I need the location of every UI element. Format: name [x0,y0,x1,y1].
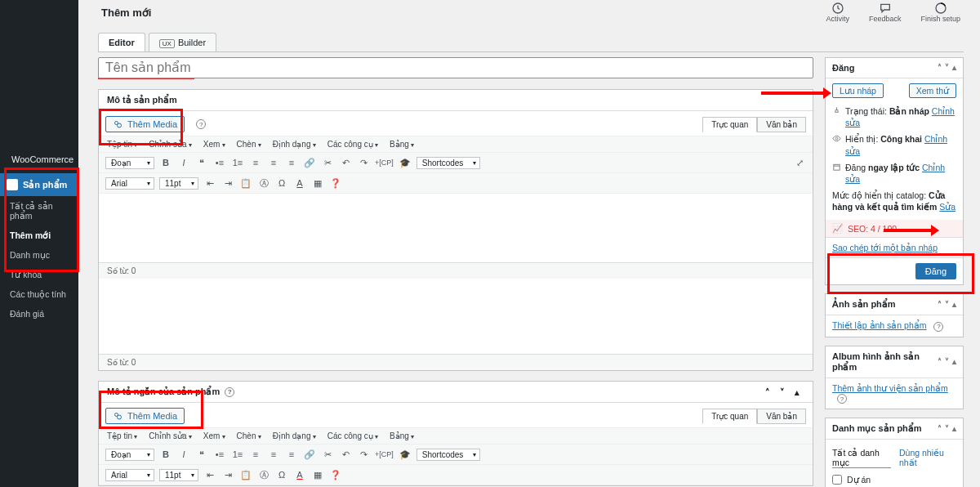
format-select[interactable]: Đoạn [105,449,154,461]
link-button[interactable]: 🔗 [303,448,316,461]
align-left-button[interactable]: ≡ [249,448,262,461]
sidebar-item-attributes[interactable]: Các thuộc tính [0,284,78,304]
menu-file[interactable]: Tệp tin [107,431,137,440]
chevron-up-icon[interactable]: ˄ [938,301,942,309]
undo-button[interactable]: ↶ [339,448,352,461]
shortcodes-select[interactable]: Shortcodes [416,157,481,169]
menu-edit[interactable]: Chỉnh sửa [149,140,191,149]
category-checkbox[interactable] [832,475,842,485]
unlink-button[interactable]: ✂ [321,448,334,461]
help-icon[interactable]: ? [933,322,943,332]
tab-editor[interactable]: Editor [98,33,145,51]
menu-tools[interactable]: Các công cụ [327,431,378,440]
triangle-up-icon[interactable]: ▴ [952,301,956,309]
indent-button[interactable]: ⇥ [221,468,234,481]
chevron-down-icon[interactable]: ˅ [945,301,949,309]
bold-button[interactable]: B [159,448,172,461]
menu-insert[interactable]: Chèn [237,431,261,440]
italic-button[interactable]: I [177,156,190,169]
clear-format-button[interactable]: Ⓐ [257,176,270,190]
tab-visual[interactable]: Trực quan [702,409,757,424]
align-center-button[interactable]: ≡ [267,156,280,169]
chevron-up-icon[interactable]: ˄ [938,358,942,366]
help-icon[interactable]: ? [225,387,234,397]
category-item[interactable]: Dự án [832,473,956,486]
menu-format[interactable]: Định dạng [273,140,316,149]
number-list-button[interactable]: 1≡ [231,448,244,461]
save-draft-button[interactable]: Lưu nháp [832,83,884,98]
feedback-link[interactable]: Feedback [869,2,902,23]
chevron-down-icon[interactable]: ˅ [945,358,949,366]
preview-button[interactable]: Xem thứ [909,83,956,98]
menu-file[interactable]: Tệp tin [107,140,137,149]
outdent-button[interactable]: ⇤ [203,468,216,481]
description-editor-area[interactable] [99,194,813,262]
format-select[interactable]: Đoạn [105,157,154,169]
align-center-button[interactable]: ≡ [267,448,280,461]
cp-button[interactable]: +[CP] [375,156,394,169]
cp-button[interactable]: +[CP] [375,448,394,461]
redo-button[interactable]: ↷ [357,156,370,169]
menu-view[interactable]: Xem [203,140,225,149]
specialchar-button[interactable]: Ω [275,176,288,190]
number-list-button[interactable]: 1≡ [231,156,244,169]
triangle-up-icon[interactable]: ▴ [952,64,956,72]
bullet-list-button[interactable]: •≡ [213,156,226,169]
help-icon[interactable]: ? [196,119,206,129]
undo-button[interactable]: ↶ [339,156,352,169]
unlink-button[interactable]: ✂ [321,156,334,169]
activity-link[interactable]: Activity [826,2,849,23]
indent-button[interactable]: ⇥ [221,176,234,190]
align-right-button[interactable]: ≡ [285,156,298,169]
sidebar-item-all-products[interactable]: Tất cả sản phẩm [0,196,78,226]
link-button[interactable]: 🔗 [303,156,316,169]
sidebar-item-reviews[interactable]: Đánh giá [0,304,78,324]
sidebar-item-products[interactable]: Sản phẩm [0,173,78,196]
grad-cap-icon[interactable]: 🎓 [399,156,412,169]
table-button[interactable]: ▦ [311,468,324,481]
font-family-select[interactable]: Arial [105,469,154,481]
sidebar-item-categories[interactable]: Danh mục [0,245,78,265]
help-icon[interactable]: ? [837,394,847,404]
category-tab-frequent[interactable]: Dùng nhiều nhất [899,448,956,468]
publish-button[interactable]: Đăng [915,263,956,279]
chevron-down-icon[interactable]: ˅ [945,425,949,433]
help-button[interactable]: ❓ [329,176,342,190]
blockquote-button[interactable]: ❝ [195,448,208,461]
grad-cap-icon[interactable]: 🎓 [399,448,412,461]
add-media-button[interactable]: Thêm Media [105,116,185,132]
triangle-up-icon[interactable]: ▴ [952,358,956,366]
chevron-down-icon[interactable]: ˅ [780,387,790,397]
description-editor-extra[interactable] [99,279,813,354]
bold-button[interactable]: B [159,156,172,169]
tab-visual[interactable]: Trực quan [702,117,757,132]
text-color-button[interactable]: A [293,468,306,481]
triangle-up-icon[interactable]: ▴ [795,387,804,397]
tab-text[interactable]: Văn bản [757,117,806,132]
menu-format[interactable]: Định dạng [273,431,316,440]
menu-table[interactable]: Bảng [390,431,414,440]
tab-ux-builder[interactable]: UXBuilder [149,33,216,51]
category-tab-all[interactable]: Tất cả danh mục [832,448,891,468]
menu-insert[interactable]: Chèn [237,140,261,149]
italic-button[interactable]: I [177,448,190,461]
table-button[interactable]: ▦ [311,176,324,190]
font-size-select[interactable]: 11pt [159,469,198,481]
add-media-button-short[interactable]: Thêm Media [105,408,185,424]
copy-to-draft-link[interactable]: Sao chép tới một bản nháp [832,243,938,252]
specialchar-button[interactable]: Ω [275,468,288,481]
clear-format-button[interactable]: Ⓐ [257,468,270,481]
font-size-select[interactable]: 11pt [159,177,198,190]
tab-text[interactable]: Văn bản [757,409,806,424]
redo-button[interactable]: ↷ [357,448,370,461]
menu-view[interactable]: Xem [203,431,225,440]
align-right-button[interactable]: ≡ [285,448,298,461]
sidebar-item-tags[interactable]: Từ khóa [0,265,78,284]
font-family-select[interactable]: Arial [105,177,154,190]
chevron-up-icon[interactable]: ˄ [938,64,942,72]
outdent-button[interactable]: ⇤ [203,176,216,190]
triangle-up-icon[interactable]: ▴ [952,425,956,433]
add-gallery-images-link[interactable]: Thêm ảnh thư viện sản phẩm [832,383,948,393]
menu-table[interactable]: Bảng [390,140,414,149]
help-button[interactable]: ❓ [329,468,342,481]
